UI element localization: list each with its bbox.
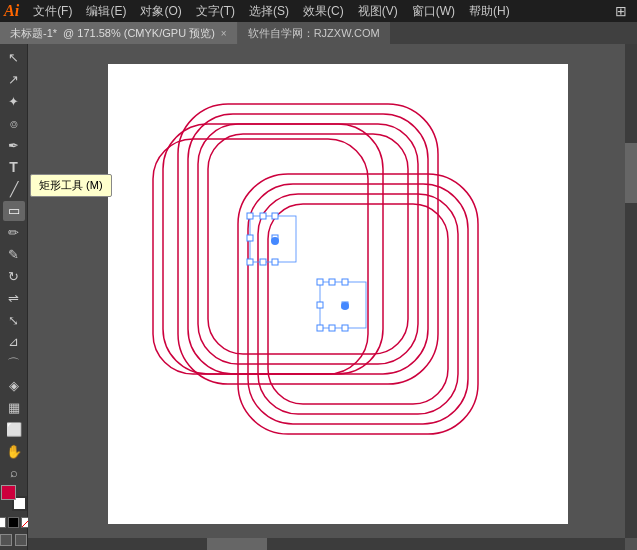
menu-file[interactable]: 文件(F): [27, 1, 78, 22]
tab-bar: 未标题-1* @ 171.58% (CMYK/GPU 预览) × 软件自学网：R…: [0, 22, 637, 44]
menu-bar: 文件(F) 编辑(E) 对象(O) 文字(T) 选择(S) 效果(C) 视图(V…: [27, 1, 516, 22]
shear-button[interactable]: ⊿: [3, 332, 25, 352]
white-swatch[interactable]: [0, 517, 6, 528]
fill-swatch[interactable]: [1, 485, 16, 500]
menu-object[interactable]: 对象(O): [134, 1, 187, 22]
magic-wand-button[interactable]: ✦: [3, 92, 25, 112]
pen-tool-button[interactable]: ✒: [3, 135, 25, 155]
menu-help[interactable]: 帮助(H): [463, 1, 516, 22]
pencil-button[interactable]: ✎: [3, 245, 25, 265]
graph-button[interactable]: ▦: [3, 398, 25, 418]
horizontal-scrollbar[interactable]: [28, 538, 625, 550]
app-logo: Ai: [4, 2, 19, 20]
eyedropper-button[interactable]: ⌒: [3, 354, 25, 374]
vertical-scrollbar[interactable]: [625, 44, 637, 538]
menu-type[interactable]: 文字(T): [190, 1, 241, 22]
h-scroll-thumb[interactable]: [207, 538, 267, 550]
artboard: [108, 64, 568, 524]
fill-stroke-swatches[interactable]: [1, 485, 27, 511]
title-bar: Ai 文件(F) 编辑(E) 对象(O) 文字(T) 选择(S) 效果(C) 视…: [0, 0, 637, 22]
zoom-button[interactable]: ⌕: [3, 463, 25, 483]
selection-tool-button[interactable]: ↖: [3, 48, 25, 68]
document-tab[interactable]: 未标题-1* @ 171.58% (CMYK/GPU 预览) ×: [0, 22, 238, 44]
direct-select-tool-button[interactable]: ↗: [3, 70, 25, 90]
menu-view[interactable]: 视图(V): [352, 1, 404, 22]
artboard-button[interactable]: ⬜: [3, 419, 25, 439]
view-toggle-icon[interactable]: ⊞: [609, 1, 633, 21]
canvas-area: [28, 44, 637, 550]
hand-button[interactable]: ✋: [3, 441, 25, 461]
lasso-button[interactable]: ⌾: [3, 114, 25, 134]
scale-button[interactable]: ⤡: [3, 310, 25, 330]
rotate-button[interactable]: ↻: [3, 266, 25, 286]
rect-tool-button[interactable]: ▭: [3, 201, 25, 221]
main-layout: 矩形工具 (M) ↖ ↗ ✦ ⌾ ✒ T ╱ ▭ ✏ ✎ ↻ ⇌ ⤡ ⊿ ⌒ ◈…: [0, 44, 637, 550]
site-info: 软件自学网：RJZXW.COM: [238, 22, 390, 44]
screen-mode-normal[interactable]: [0, 534, 12, 546]
menu-select[interactable]: 选择(S): [243, 1, 295, 22]
v-scroll-thumb[interactable]: [625, 143, 637, 203]
menu-edit[interactable]: 编辑(E): [80, 1, 132, 22]
type-tool-button[interactable]: T: [3, 157, 25, 177]
reflect-button[interactable]: ⇌: [3, 288, 25, 308]
line-segment-button[interactable]: ╱: [3, 179, 25, 199]
screen-mode-row: [0, 534, 27, 546]
screen-mode-full[interactable]: [15, 534, 27, 546]
blend-button[interactable]: ◈: [3, 376, 25, 396]
left-toolbar: 矩形工具 (M) ↖ ↗ ✦ ⌾ ✒ T ╱ ▭ ✏ ✎ ↻ ⇌ ⤡ ⊿ ⌒ ◈…: [0, 44, 28, 550]
menu-effect[interactable]: 效果(C): [297, 1, 350, 22]
tab-close-button[interactable]: ×: [221, 28, 227, 39]
tab-title: 未标题-1*: [10, 26, 57, 41]
tab-zoom-info: @ 171.58% (CMYK/GPU 预览): [63, 26, 215, 41]
menu-window[interactable]: 窗口(W): [406, 1, 461, 22]
black-swatch[interactable]: [8, 517, 19, 528]
paintbrush-button[interactable]: ✏: [3, 223, 25, 243]
